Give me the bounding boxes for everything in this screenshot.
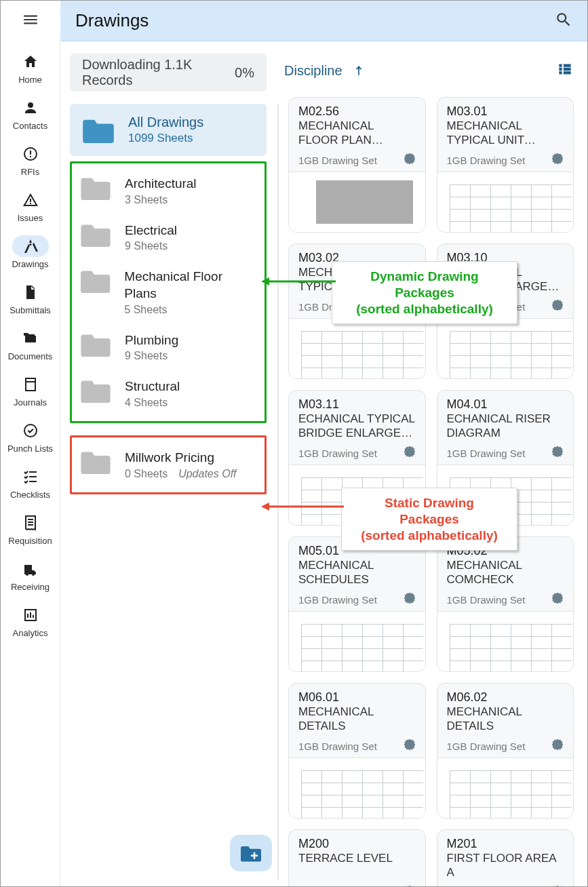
drawing-card[interactable]: M201FIRST FLOOR AREA A1GB Drawing Set [437,829,574,886]
folder-status: Updates Off [178,468,236,480]
folder-icon [80,222,111,247]
sidebar-item-label: Issues [18,213,43,223]
search-button[interactable] [555,11,572,31]
drawing-card[interactable]: M06.02MECHANICAL DETAILS1GB Drawing Set [437,683,574,819]
drawing-title: FIRST FLOOR AREA A [447,851,564,882]
verified-icon [404,885,416,886]
progress-percent: 0% [235,65,254,81]
verified-icon [404,738,416,753]
drawing-card[interactable]: M03.01MECHANICAL TYPICAL UNIT FLOO…1GB D… [437,97,574,233]
checklist-icon [22,469,39,485]
sidebar-item-checklists[interactable]: Checklists [3,466,58,500]
callout-text: (sorted alphabetically) [345,301,505,317]
sidebar-item-submittals[interactable]: Submittals [3,281,58,315]
folder-row[interactable]: Plumbing9 Sheets [80,324,256,371]
folder-count: 0 Sheets [125,468,168,480]
sidebar-item-analytics[interactable]: Analytics [3,604,58,638]
hamburger-button[interactable] [22,11,39,31]
sidebar-item-label: Receiving [11,582,50,592]
folders-icon [22,330,39,347]
verified-icon [551,446,564,460]
folder-count: 4 Sheets [125,397,180,409]
sidebar-item-rfis[interactable]: RFIs [3,143,58,177]
verified-icon [551,738,564,753]
drawing-code: M06.01 [298,690,416,705]
drawing-title: ECHANICAL TYPICAL BRIDGE ENLARGED P… [298,412,416,443]
view-toggle-button[interactable] [556,60,574,81]
journal-icon [22,376,39,393]
sidebar-item-requisition[interactable]: Requisition [3,512,58,546]
static-packages-group: Millwork Pricing0 SheetsUpdates Off [70,435,267,494]
folder-title: Plumbing [125,332,178,349]
drawing-title: TERRACE LEVEL [298,851,416,882]
drawing-card[interactable]: M05.02MECHANICAL COMCHECK1GB Drawing Set [437,536,574,672]
sidebar-item-journals[interactable]: Journals [3,374,58,408]
folder-all-drawings[interactable]: All Drawings 1099 Sheets [70,104,267,156]
drawing-code: M03.01 [447,104,564,119]
drawing-thumbnail [437,318,574,378]
sidebar-item-home[interactable]: Home [3,51,58,85]
sidebar-item-documents[interactable]: Documents [3,328,58,361]
verified-icon [404,592,416,607]
folder-row[interactable]: Millwork Pricing0 SheetsUpdates Off [80,441,256,488]
drawing-code: M200 [298,837,416,851]
folder-icon [80,269,111,293]
folder-icon [82,117,115,143]
sidebar-item-punchlists[interactable]: Punch Lists [3,420,58,454]
sidebar-item-label: Documents [8,351,53,361]
sidebar-item-receiving[interactable]: Receiving [3,558,58,592]
drawing-card[interactable]: M200TERRACE LEVEL1GB Drawing Set [288,829,426,886]
download-progress: Downloading 1.1K Records 0% [70,54,267,92]
folder-icon [80,332,111,357]
verified-icon [551,153,564,167]
drawing-code: M201 [447,837,564,851]
home-icon [22,54,39,70]
sidebar-item-drawings[interactable]: Drawings [3,235,58,269]
drawing-title: MECHANICAL TYPICAL UNIT FLOO… [447,119,564,150]
folder-count: 9 Sheets [125,350,178,362]
folder-count: 9 Sheets [125,240,177,252]
chart-icon [22,607,39,623]
drawing-set: 1GB Drawing Set [447,448,526,459]
sidebar-item-label: RFIs [21,167,39,177]
drawing-thumbnail [289,757,425,818]
drawing-code: M02.56 [298,104,416,119]
sidebar-item-label: Journals [14,397,47,408]
drawing-title: ECHANICAL RISER DIAGRAM [447,412,564,443]
callout-text: Static Drawing Packages [354,495,505,528]
drawing-title: MECHANICAL DETAILS [298,705,416,736]
sidebar-item-label: Contacts [13,121,47,131]
receipt-icon [22,515,39,531]
sidebar-item-label: Requisition [8,536,52,546]
drawing-card[interactable]: M06.01MECHANICAL DETAILS1GB Drawing Set [288,683,426,819]
folder-row[interactable]: Mechanical Floor Plans5 Sheets [80,260,256,323]
sort-dropdown[interactable]: Discipline [284,63,366,79]
info-icon [22,146,39,162]
drawing-set: 1GB Drawing Set [298,741,377,752]
folder-title: Millwork Pricing [125,450,256,467]
sidebar-item-label: Checklists [10,490,50,500]
folder-row[interactable]: Architectural3 Sheets [80,167,256,214]
dynamic-packages-group: Architectural3 SheetsElectrical9 SheetsM… [70,161,267,423]
drawing-code: M03.11 [298,397,416,412]
sidebar-item-issues[interactable]: Issues [3,189,58,223]
folder-count: 5 Sheets [124,304,256,316]
arrow-icon [261,500,344,513]
drawing-set: 1GB Drawing Set [447,741,526,752]
target-icon [22,422,39,439]
svg-marker-3 [261,502,269,511]
drawing-code: M04.01 [447,397,564,412]
folder-row[interactable]: Electrical9 Sheets [80,214,256,261]
search-icon [555,11,572,28]
drawing-card[interactable]: M05.01MECHANICAL SCHEDULES1GB Drawing Se… [288,536,426,672]
add-button[interactable] [230,835,272,871]
folder-icon [80,378,111,403]
sidebar-item-contacts[interactable]: Contacts [3,97,58,131]
drawing-card[interactable]: M02.56MECHANICAL FLOOR PLAN MIDRISE - RO… [288,97,426,233]
warning-icon [22,192,39,208]
drawing-title: MECHANICAL SCHEDULES [298,558,416,589]
sidebar-nav: Home Contacts RFIs Issues Drawings Submi… [1,41,60,886]
progress-text: Downloading 1.1K Records [82,57,221,88]
drawing-set: 1GB Drawing Set [298,594,377,606]
folder-row[interactable]: Structural4 Sheets [80,370,256,417]
